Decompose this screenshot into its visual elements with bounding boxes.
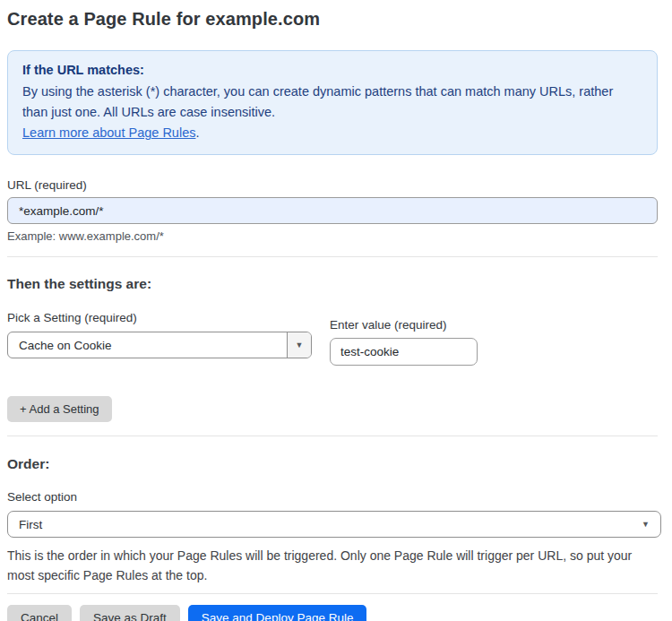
pick-setting-select[interactable]: Cache on Cookie ▼: [7, 332, 312, 358]
url-matches-info-box: If the URL matches: By using the asteris…: [7, 50, 658, 155]
enter-value-label: Enter value (required): [330, 318, 478, 332]
pick-setting-column: Pick a Setting (required) Cache on Cooki…: [7, 311, 312, 358]
url-input[interactable]: [7, 197, 658, 224]
info-box-body: By using the asterisk (*) character, you…: [22, 82, 614, 123]
save-as-draft-button[interactable]: Save as Draft: [80, 605, 180, 621]
divider: [7, 436, 658, 436]
save-and-deploy-button[interactable]: Save and Deploy Page Rule: [188, 605, 367, 621]
divider: [7, 593, 658, 594]
link-suffix: .: [195, 125, 199, 140]
url-example-text: Example: www.example.com/*: [7, 229, 658, 243]
settings-row: Pick a Setting (required) Cache on Cooki…: [7, 311, 658, 366]
order-help-text: This is the order in which your Page Rul…: [7, 546, 654, 585]
order-select[interactable]: First ▼: [7, 511, 661, 538]
pick-setting-dropdown-button[interactable]: ▼: [287, 332, 311, 358]
add-setting-button[interactable]: + Add a Setting: [7, 396, 112, 422]
pick-setting-label: Pick a Setting (required): [7, 311, 312, 324]
chevron-down-icon: ▼: [296, 341, 304, 349]
order-selected-value: First: [19, 518, 42, 531]
page-title: Create a Page Rule for example.com: [7, 9, 658, 30]
order-select-label: Select option: [7, 490, 658, 504]
info-box-heading: If the URL matches:: [22, 60, 642, 81]
divider: [7, 256, 658, 257]
footer-button-bar: Cancel Save as Draft Save and Deploy Pag…: [7, 605, 658, 621]
create-page-rule-form: Create a Page Rule for example.com If th…: [0, 0, 672, 621]
enter-value-column: Enter value (required): [330, 311, 478, 366]
settings-section-heading: Then the settings are:: [7, 276, 658, 292]
setting-value-input[interactable]: [330, 338, 478, 366]
cancel-button[interactable]: Cancel: [7, 605, 72, 621]
pick-setting-selected-value: Cache on Cookie: [8, 332, 287, 358]
order-section-heading: Order:: [7, 456, 658, 472]
chevron-down-icon: ▼: [642, 521, 650, 529]
url-field-label: URL (required): [7, 178, 658, 192]
learn-more-link[interactable]: Learn more about Page Rules: [22, 125, 195, 140]
info-box-link-line: Learn more about Page Rules.: [22, 123, 642, 143]
